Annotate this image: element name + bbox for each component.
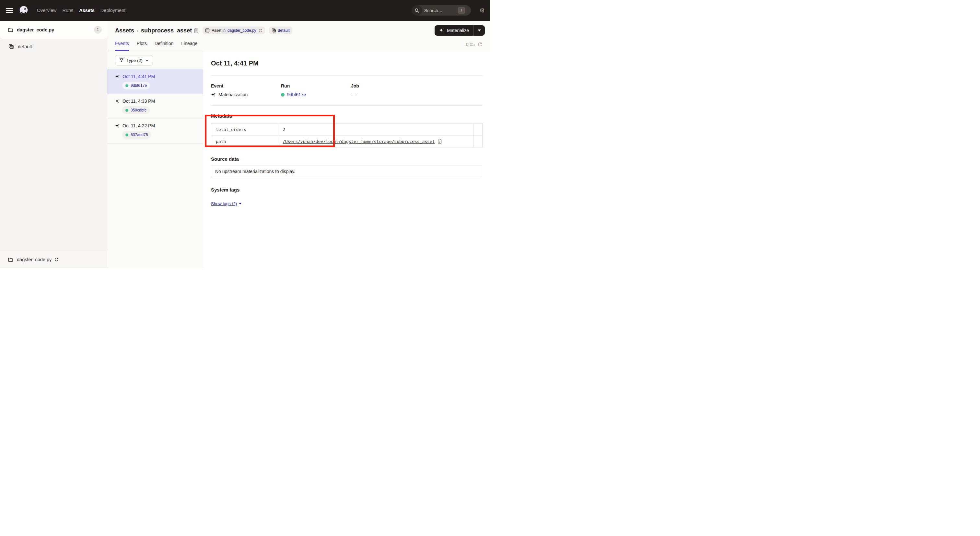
show-tags-label: Show tags (2) [211, 201, 237, 206]
filter-label: Type (2) [126, 58, 143, 63]
run-id-link[interactable]: 9dbf617e [130, 83, 147, 88]
breadcrumb-separator: › [137, 28, 138, 33]
event-timestamp[interactable]: Oct 11, 4:33 PM [123, 99, 155, 104]
run-column-label: Run [281, 83, 351, 89]
dagster-logo[interactable] [19, 5, 29, 15]
top-nav-bar: Overview Runs Assets Deployment / ⚙ [0, 0, 490, 21]
nav-runs[interactable]: Runs [62, 8, 73, 13]
source-data-section: Source data No upstream materializations… [211, 156, 482, 177]
metadata-path-link[interactable]: /Users/yuhan/dev/local/dagster_home/stor… [283, 139, 435, 144]
metadata-value: 2 [278, 124, 474, 135]
run-column: Run 9dbf617e [281, 83, 351, 97]
asset-group-icon [8, 44, 14, 49]
event-list-item[interactable]: Oct 11, 4:33 PM 359cdbfc [107, 94, 203, 119]
event-detail-heading: Oct 11, 4:41 PM [211, 60, 482, 67]
tab-events[interactable]: Events [115, 41, 129, 51]
run-status-dot [126, 109, 128, 112]
materialization-sparkle-icon [211, 92, 216, 97]
event-list-panel: Type (2) Oct 11, 4:41 PM [107, 51, 203, 268]
run-id-pill[interactable]: 359cdbfc [122, 106, 150, 114]
run-status-dot [126, 84, 128, 87]
nav-overview[interactable]: Overview [37, 8, 56, 13]
job-column-label: Job [351, 83, 421, 89]
search-input[interactable] [424, 8, 458, 13]
event-list-item[interactable]: Oct 11, 4:22 PM 637aed75 [107, 119, 203, 143]
job-column: Job — [351, 83, 421, 97]
sparkle-icon [439, 28, 444, 33]
menu-icon[interactable] [6, 8, 13, 13]
run-status-dot [126, 134, 128, 137]
refresh-icon[interactable] [477, 42, 482, 47]
folder-icon [8, 257, 13, 262]
materialization-sparkle-icon [115, 124, 120, 128]
metadata-title: Metadata [211, 113, 482, 119]
nav-deployment[interactable]: Deployment [100, 8, 126, 13]
metadata-table: total_orders 2 path /Users/yuhan/dev/loc… [211, 123, 482, 148]
asset-group-icon [272, 28, 276, 33]
source-data-title: Source data [211, 156, 482, 162]
materialize-label: Materialize [447, 28, 469, 33]
asset-page-header: Assets › subprocess_asset Asset in [107, 21, 490, 51]
event-timestamp[interactable]: Oct 11, 4:22 PM [123, 123, 155, 128]
tab-lineage[interactable]: Lineage [181, 41, 197, 51]
materialize-button[interactable]: Materialize [434, 25, 474, 36]
run-id-pill[interactable]: 9dbf617e [122, 82, 150, 89]
code-location-link[interactable]: dagster_code.py [228, 28, 256, 33]
metadata-key: total_orders [211, 124, 278, 135]
sidebar-group-default[interactable]: default [0, 39, 107, 54]
materialize-dropdown-button[interactable] [474, 25, 485, 36]
copy-asset-name-icon[interactable] [194, 28, 199, 33]
breadcrumb-assets[interactable]: Assets [115, 27, 134, 34]
sidebar-footer-code-location[interactable]: dagster_code.py [0, 251, 107, 268]
asset-count-badge: 1 [94, 26, 102, 34]
event-column-label: Event [211, 83, 281, 89]
primary-nav: Overview Runs Assets Deployment [37, 8, 126, 13]
run-id-link[interactable]: 637aed75 [130, 132, 148, 137]
run-id-link[interactable]: 9dbf617e [287, 92, 306, 97]
job-value: — [351, 92, 355, 97]
folder-icon [8, 27, 13, 32]
run-status-dot [281, 93, 285, 97]
run-id-pill[interactable]: 637aed75 [122, 131, 151, 139]
materialization-sparkle-icon [115, 99, 120, 104]
source-data-empty-message: No upstream materializations to display. [211, 165, 482, 177]
copy-icon[interactable] [438, 139, 442, 144]
group-tag[interactable]: default [269, 27, 292, 34]
show-tags-toggle[interactable]: Show tags (2) [211, 201, 242, 206]
group-link[interactable]: default [278, 28, 290, 33]
run-id-link[interactable]: 359cdbfc [130, 108, 146, 113]
tab-plots[interactable]: Plots [137, 41, 147, 51]
sidebar-code-location[interactable]: dagster_code.py 1 [0, 21, 107, 39]
footer-code-location-name: dagster_code.py [17, 257, 51, 262]
asset-groups-sidebar: dagster_code.py 1 default dagster_code.p… [0, 21, 107, 268]
chevron-down-icon [145, 59, 149, 62]
refresh-timer-value: 0:05 [466, 42, 475, 47]
reload-icon[interactable] [258, 29, 262, 33]
caret-down-icon [478, 30, 481, 32]
materialize-split-button: Materialize [434, 25, 485, 36]
group-name: default [18, 44, 32, 49]
system-tags-title: System tags [211, 187, 482, 192]
event-type-filter[interactable]: Type (2) [115, 55, 153, 65]
materialization-sparkle-icon [115, 74, 120, 79]
event-timestamp[interactable]: Oct 11, 4:41 PM [123, 74, 155, 79]
metadata-row: total_orders 2 [211, 124, 482, 135]
event-list-item[interactable]: Oct 11, 4:41 PM 9dbf617e [107, 70, 203, 94]
tag-prefix: Asset in [212, 28, 226, 33]
metadata-row: path /Users/yuhan/dev/local/dagster_home… [211, 135, 482, 148]
asset-definition-tag[interactable]: Asset in dagster_code.py [202, 27, 265, 34]
search-bar[interactable]: / [412, 5, 471, 16]
search-icon [412, 5, 422, 16]
nav-assets[interactable]: Assets [79, 8, 95, 13]
system-tags-section: System tags Show tags (2) [211, 187, 482, 206]
filter-funnel-icon [119, 58, 124, 62]
asset-tabs: Events Plots Definition Lineage [115, 41, 197, 51]
gear-icon[interactable]: ⚙ [479, 8, 485, 14]
reload-icon[interactable] [54, 257, 59, 262]
code-location-name: dagster_code.py [17, 27, 54, 32]
event-type-value: Materialization [218, 92, 248, 97]
asset-name: subprocess_asset [141, 27, 192, 34]
event-column: Event Materialization [211, 83, 281, 97]
tab-definition[interactable]: Definition [154, 41, 173, 51]
caret-down-icon [239, 203, 242, 205]
